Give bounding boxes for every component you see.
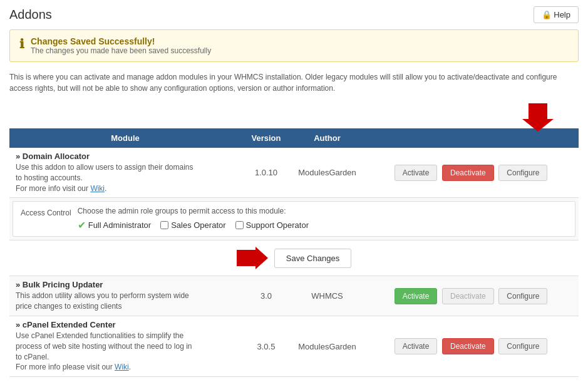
sales-op-label: Sales Operator [171,220,225,230]
full-admin-label: Full Administrator [88,220,151,230]
alert-icon: ℹ [19,36,24,51]
success-alert: ℹ Changes Saved Successfully! The change… [9,29,579,62]
wiki-link[interactable]: Wiki [115,363,129,371]
activate-button[interactable]: Activate [395,288,438,304]
table-row: Bulk Pricing Updater This addon utility … [9,276,579,316]
addons-table: Module Version Author Domain Allocator U… [9,128,579,377]
table-row: Domain Allocator Use this addon to allow… [9,148,579,198]
svg-marker-0 [522,103,554,132]
table-row: cPanel Extended Center Use cPanel Extend… [9,316,579,376]
support-op-option[interactable]: Support Operator [235,220,309,230]
deactivate-button[interactable]: Deactivate [442,165,494,181]
save-changes-button[interactable]: Save Changes [274,249,351,268]
page-title: Addons [9,8,52,22]
activate-button[interactable]: Activate [395,165,438,181]
sales-op-checkbox[interactable] [160,221,168,229]
module-version: 1.0.10 [241,148,291,198]
module-actions: Activate Deactivate Configure [363,148,579,198]
arrow-right-icon [237,247,268,269]
module-desc: Use cPanel Extended functionalities to s… [16,331,235,373]
activate-button[interactable]: Activate [395,338,438,354]
alert-text: The changes you made have been saved suc… [31,46,211,55]
full-admin-check-icon: ✔ [78,219,86,231]
module-desc: Use this addon to allow users to assign … [16,162,235,194]
support-op-label: Support Operator [246,220,309,230]
module-author: WHMCS [291,276,363,316]
svg-marker-1 [237,247,268,269]
save-changes-row: Save Changes [9,240,579,276]
alert-title: Changes Saved Successfully! [31,36,211,46]
module-actions: Activate Deactivate Configure [363,316,579,376]
module-actions: Activate Deactivate Configure [363,276,579,316]
module-author: ModulesGarden [291,148,363,198]
access-control-row: Access Control Choose the admin role gro… [9,198,579,240]
module-version: 3.0 [241,276,291,316]
wiki-link[interactable]: Wiki [90,184,105,193]
page-description: This is where you can activate and manag… [0,68,588,100]
access-control-desc: Choose the admin role groups to permit a… [78,207,567,215]
arrow-down-icon [522,100,554,132]
deactivate-button[interactable]: Deactivate [442,288,494,304]
full-admin-option[interactable]: ✔ Full Administrator [78,219,151,231]
module-author: ModulesGarden [291,316,363,376]
support-op-checkbox[interactable] [235,221,244,229]
module-desc: This addon utility allows you to perform… [16,291,235,312]
sales-op-option[interactable]: Sales Operator [160,220,225,230]
module-version: 3.0.5 [241,316,291,376]
configure-button[interactable]: Configure [498,288,547,304]
module-name: cPanel Extended Center [16,320,235,329]
module-name: Bulk Pricing Updater [16,280,235,289]
deactivate-button[interactable]: Deactivate [442,338,494,354]
configure-button[interactable]: Configure [498,165,547,181]
configure-button[interactable]: Configure [498,338,547,354]
access-control-label: Access Control [21,209,71,217]
help-button[interactable]: 🔒 Help [534,6,579,23]
module-name: Domain Allocator [16,152,235,161]
